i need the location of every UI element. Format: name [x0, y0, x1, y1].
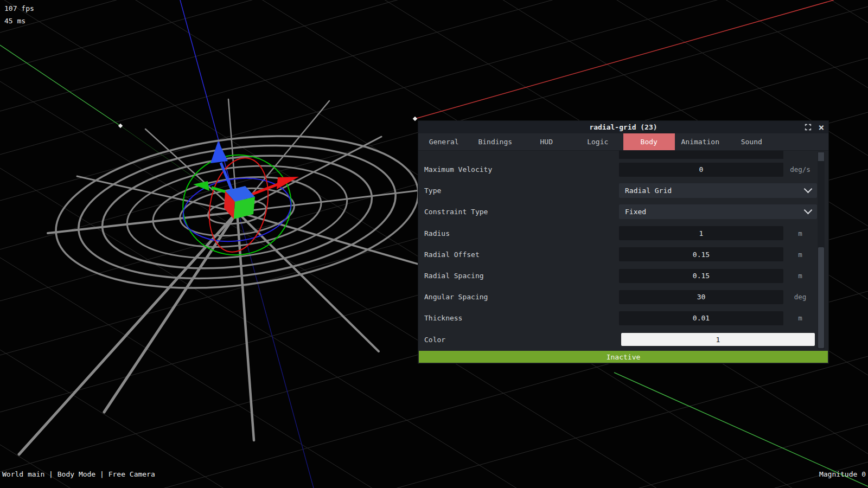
field-row-type: Type Radial Grid [418, 180, 828, 201]
translate-arrow-y-head [210, 141, 228, 163]
viewport[interactable]: 107 fps 45 ms World main | Body Mode | F… [0, 0, 868, 488]
tab-animation[interactable]: Animation [675, 133, 726, 150]
dropdown-value: Fixed [625, 208, 805, 216]
scrollbar-thumb[interactable] [818, 247, 824, 348]
field-label: Color [418, 336, 619, 344]
panel-tabs: General Bindings HUD Logic Body Animatio… [418, 133, 828, 151]
unit-label: m [783, 251, 817, 259]
field-label: Radial Offset [418, 251, 619, 259]
color-input[interactable]: 1 [621, 333, 815, 346]
axis-handle-markers[interactable] [118, 117, 417, 128]
tab-bindings[interactable]: Bindings [470, 133, 521, 150]
fps-counter: 107 fps [4, 2, 34, 15]
unit-label: m [783, 314, 817, 322]
type-dropdown[interactable]: Radial Grid [619, 183, 817, 198]
tab-general[interactable]: General [418, 133, 470, 150]
tab-hud[interactable]: HUD [521, 133, 572, 150]
field-label: Type [418, 187, 619, 195]
field-row-thickness: Thickness 0.01 m [418, 307, 828, 329]
x-axis [415, 0, 834, 119]
performance-hud: 107 fps 45 ms [4, 2, 34, 27]
field-row-radial-offset: Radial Offset 0.15 m [418, 244, 828, 265]
z-axis-left [0, 45, 120, 126]
unit-label: m [783, 229, 817, 237]
unit-label: deg [783, 293, 817, 301]
panel-title: radial-grid (23) [418, 123, 828, 131]
field-label: Radius [418, 229, 619, 237]
field-label: Radial Spacing [418, 272, 619, 280]
constraint-type-dropdown[interactable]: Fixed [619, 204, 817, 219]
unit-label: m [783, 272, 817, 280]
field-row-color: Color 1 [418, 329, 828, 350]
tab-body[interactable]: Body [623, 133, 675, 150]
dropdown-value: Radial Grid [625, 187, 805, 195]
chevron-down-icon [804, 185, 813, 194]
scrollbar-thumb-top[interactable] [818, 152, 824, 161]
radius-input[interactable]: 1 [619, 226, 783, 240]
partial-scrolled-row [418, 151, 828, 159]
field-row-maximum-velocity: Maximum Velocity 0 deg/s [418, 159, 828, 180]
selected-body-cube[interactable] [224, 186, 255, 219]
field-label: Maximum Velocity [418, 165, 619, 174]
axis-handle-right [413, 117, 417, 121]
chevron-down-icon [804, 206, 813, 215]
thickness-input[interactable]: 0.01 [619, 311, 783, 325]
field-row-constraint-type: Constraint Type Fixed [418, 201, 828, 222]
field-label: Constraint Type [418, 208, 619, 216]
maximize-icon[interactable] [803, 123, 812, 132]
radial-offset-input[interactable]: 0.15 [619, 247, 783, 261]
field-label: Thickness [418, 314, 619, 322]
status-bar-right: Magnitude 0 [819, 470, 866, 478]
inactive-state-button[interactable]: Inactive [419, 351, 828, 363]
tab-logic[interactable]: Logic [572, 133, 624, 150]
status-bar-left: World main | Body Mode | Free Camera [2, 470, 155, 478]
panel-titlebar[interactable]: radial-grid (23) × [418, 121, 828, 133]
tab-sound[interactable]: Sound [726, 133, 777, 150]
field-row-radial-spacing: Radial Spacing 0.15 m [418, 265, 828, 286]
panel-content: Maximum Velocity 0 deg/s Type Radial Gri… [418, 151, 828, 350]
partial-scrolled-field[interactable] [619, 151, 783, 159]
angular-spacing-input[interactable]: 30 [619, 290, 783, 304]
radial-spacing-input[interactable]: 0.15 [619, 269, 783, 283]
field-label: Angular Spacing [418, 293, 619, 301]
field-row-radius: Radius 1 m [418, 223, 828, 244]
window-controls: × [803, 121, 826, 133]
inspector-panel: radial-grid (23) × General Bindings HUD … [418, 120, 829, 364]
frame-time: 45 ms [4, 15, 34, 27]
maximum-velocity-input[interactable]: 0 [619, 163, 783, 177]
field-row-angular-spacing: Angular Spacing 30 deg [418, 286, 828, 307]
axis-handle-left [118, 124, 123, 128]
panel-scrollbar[interactable] [818, 152, 825, 349]
z-axis-right [614, 373, 868, 486]
unit-label: deg/s [783, 165, 817, 174]
close-icon[interactable]: × [817, 123, 826, 132]
